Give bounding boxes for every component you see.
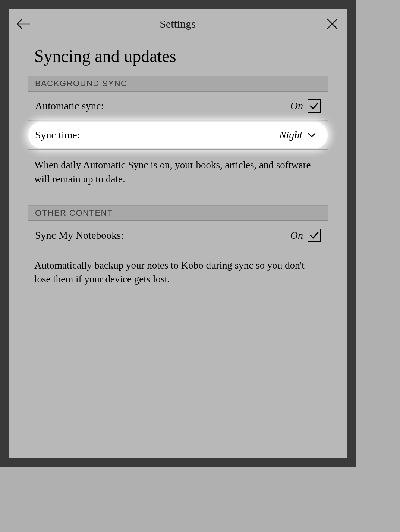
checkmark-icon (309, 231, 319, 240)
sync-time-value: Night (279, 129, 302, 141)
automatic-sync-value: On (290, 100, 303, 112)
section-header-other-content: OTHER CONTENT (28, 205, 328, 221)
checkmark-icon (309, 101, 319, 111)
automatic-sync-row: Automatic sync: On (28, 92, 328, 121)
header-title: Settings (31, 18, 325, 30)
close-icon (326, 18, 338, 30)
sync-time-value-group: Night (279, 129, 316, 141)
sync-notebooks-value-group: On (290, 229, 321, 242)
background-sync-description: When daily Automatic Sync is on, your bo… (9, 150, 347, 205)
back-arrow-icon (16, 19, 30, 29)
screen: Settings Syncing and updates BACKGROUND … (9, 9, 347, 458)
device-frame: Settings Syncing and updates BACKGROUND … (0, 0, 356, 467)
sync-notebooks-value: On (290, 229, 303, 241)
back-button[interactable] (16, 16, 31, 31)
automatic-sync-label: Automatic sync: (35, 100, 104, 112)
sync-time-row[interactable]: Sync time: Night (28, 122, 328, 148)
sync-time-dropdown[interactable] (307, 130, 316, 140)
automatic-sync-value-group: On (290, 99, 321, 113)
chevron-down-icon (308, 132, 316, 138)
sync-notebooks-label: Sync My Notebooks: (35, 229, 124, 241)
close-button[interactable] (325, 16, 340, 31)
sync-notebooks-checkbox[interactable] (308, 229, 321, 242)
sync-time-label: Sync time: (35, 129, 80, 141)
automatic-sync-checkbox[interactable] (308, 99, 321, 113)
section-header-background-sync: BACKGROUND SYNC (28, 76, 328, 92)
page-title: Syncing and updates (9, 39, 347, 76)
sync-notebooks-row: Sync My Notebooks: On (28, 221, 328, 250)
header-bar: Settings (9, 9, 347, 39)
other-content-description: Automatically backup your notes to Kobo … (9, 250, 347, 306)
